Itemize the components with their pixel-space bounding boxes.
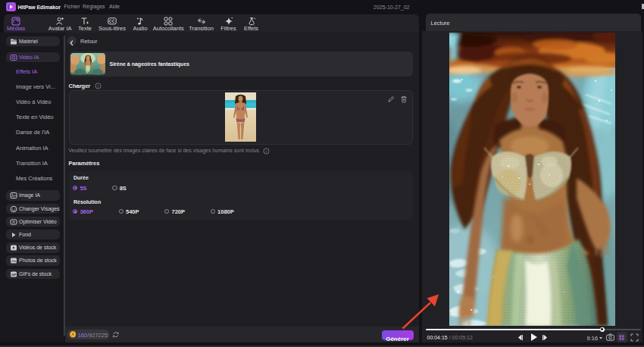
svg-text:i: i xyxy=(266,149,267,154)
svg-text:i: i xyxy=(98,83,98,88)
svg-text:GIF: GIF xyxy=(11,272,16,276)
